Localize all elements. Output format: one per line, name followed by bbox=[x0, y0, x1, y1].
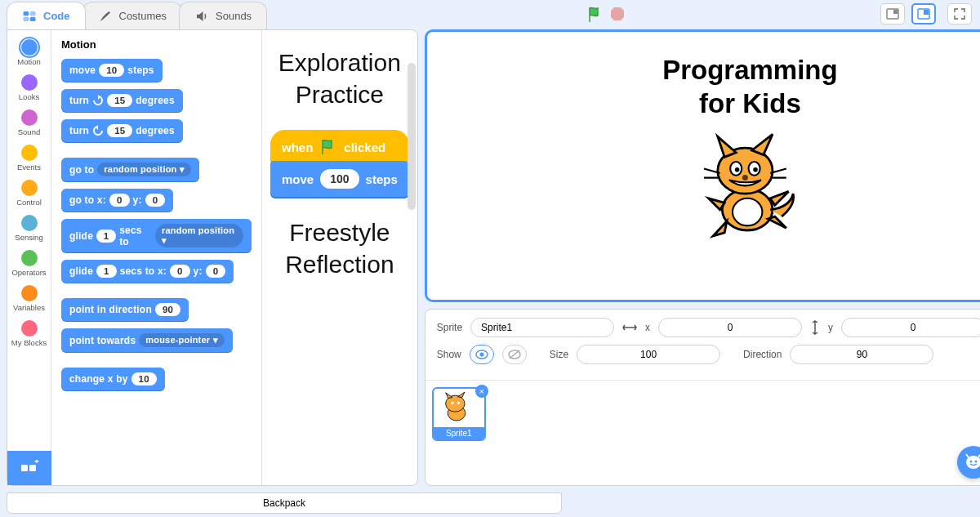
category-looks[interactable]: Looks bbox=[7, 70, 51, 105]
svg-rect-2 bbox=[24, 16, 29, 20]
add-extension-button[interactable]: + bbox=[7, 451, 51, 485]
category-strip: MotionLooksSoundEventsControlSensingOper… bbox=[7, 30, 51, 485]
show-visible-button[interactable] bbox=[470, 345, 494, 364]
direction-label: Direction bbox=[743, 349, 782, 360]
sprite-label: Sprite bbox=[437, 322, 462, 333]
sprite-y-input[interactable] bbox=[841, 318, 980, 337]
size-label: Size bbox=[550, 349, 568, 360]
vertical-arrows-icon bbox=[810, 320, 820, 335]
svg-text:+: + bbox=[34, 460, 39, 466]
sprite-name-input[interactable] bbox=[470, 318, 614, 337]
stage-sprites-pane: Programmingfor Kids bbox=[425, 29, 980, 486]
add-sprite-button[interactable]: + bbox=[957, 446, 980, 479]
tab-code[interactable]: Code bbox=[7, 2, 86, 29]
sprite-info-panel: Sprite x y Show bbox=[425, 309, 980, 486]
sprite-size-input[interactable] bbox=[577, 345, 720, 364]
svg-rect-8 bbox=[924, 10, 929, 15]
sound-icon bbox=[194, 9, 209, 24]
svg-point-17 bbox=[735, 167, 740, 172]
stage-title-text: Programmingfor Kids bbox=[662, 53, 838, 121]
y-label: y bbox=[828, 322, 833, 333]
block-point-direction[interactable]: point in direction90 bbox=[61, 298, 189, 321]
workspace-script[interactable]: whenclicked move100steps bbox=[270, 130, 409, 197]
svg-point-27 bbox=[457, 402, 460, 404]
tab-costumes[interactable]: Costumes bbox=[82, 2, 183, 29]
workspace-top-text: ExplorationPractice bbox=[270, 47, 409, 110]
tabs-bar: Code Costumes Sounds bbox=[0, 0, 980, 29]
green-flag-icon bbox=[319, 138, 337, 156]
svg-point-19 bbox=[742, 175, 748, 181]
category-operators[interactable]: Operators bbox=[7, 246, 51, 281]
block-goto[interactable]: go torandom position ▾ bbox=[61, 158, 199, 181]
block-change-x[interactable]: change x by10 bbox=[61, 368, 165, 390]
block-goto-xy[interactable]: go to x:0y:0 bbox=[61, 189, 173, 212]
sprites-area: Sprite x y Show bbox=[425, 309, 980, 486]
block-move-steps[interactable]: move10steps bbox=[61, 59, 163, 82]
tab-code-label: Code bbox=[43, 10, 70, 22]
block-palette: Motion move10steps turn15degrees turn15d… bbox=[51, 30, 262, 485]
svg-point-29 bbox=[970, 461, 973, 463]
block-turn-ccw[interactable]: turn15degrees bbox=[61, 119, 183, 142]
backpack-bar[interactable]: Backpack bbox=[7, 492, 562, 514]
fullscreen-button[interactable] bbox=[947, 3, 972, 25]
palette-header: Motion bbox=[61, 38, 252, 51]
block-point-towards[interactable]: point towardsmouse-pointer ▾ bbox=[61, 328, 233, 352]
sprite-thumbnail[interactable]: × Sprite1 bbox=[432, 387, 486, 441]
workspace-bottom-text: FreestyleReflection bbox=[270, 216, 409, 280]
stage-size-controls bbox=[880, 3, 972, 25]
editor-pane: MotionLooksSoundEventsControlSensingOper… bbox=[7, 29, 418, 486]
svg-rect-6 bbox=[893, 10, 898, 14]
code-icon bbox=[22, 9, 37, 24]
tab-sounds-label: Sounds bbox=[216, 10, 252, 22]
category-sensing[interactable]: Sensing bbox=[7, 211, 51, 246]
category-motion[interactable]: Motion bbox=[7, 35, 51, 70]
sprite-direction-input[interactable] bbox=[790, 345, 933, 364]
svg-rect-10 bbox=[29, 465, 36, 471]
svg-rect-1 bbox=[30, 11, 36, 16]
tab-sounds[interactable]: Sounds bbox=[179, 2, 267, 29]
show-label: Show bbox=[437, 349, 461, 360]
block-glide-xy[interactable]: glide1secs to x:0y:0 bbox=[61, 260, 234, 283]
tab-costumes-label: Costumes bbox=[119, 10, 167, 22]
run-controls bbox=[586, 5, 626, 25]
svg-marker-4 bbox=[611, 7, 624, 20]
stop-icon[interactable] bbox=[609, 5, 626, 25]
rotate-cw-icon bbox=[92, 95, 104, 106]
script-workspace[interactable]: ExplorationPractice whenclicked move100s… bbox=[262, 30, 417, 485]
svg-rect-9 bbox=[21, 465, 28, 471]
hat-when-flag-clicked[interactable]: whenclicked bbox=[270, 130, 409, 163]
brush-icon bbox=[98, 9, 113, 24]
category-variables[interactable]: Variables bbox=[7, 281, 51, 316]
sprite-x-input[interactable] bbox=[658, 318, 802, 337]
svg-rect-3 bbox=[30, 16, 36, 20]
svg-point-21 bbox=[479, 353, 483, 357]
block-turn-cw[interactable]: turn15degrees bbox=[61, 89, 183, 112]
svg-point-26 bbox=[451, 402, 453, 404]
category-my-blocks[interactable]: My Blocks bbox=[7, 316, 51, 351]
svg-point-13 bbox=[733, 198, 762, 225]
svg-rect-0 bbox=[24, 11, 29, 16]
category-sound[interactable]: Sound bbox=[7, 105, 51, 140]
stage-viewport[interactable]: Programmingfor Kids bbox=[425, 29, 980, 302]
scratch-cat-thumb-icon bbox=[436, 391, 477, 426]
workspace-scrollbar[interactable] bbox=[408, 63, 416, 210]
horizontal-arrows-icon bbox=[622, 323, 637, 332]
category-control[interactable]: Control bbox=[7, 176, 51, 211]
svg-point-18 bbox=[754, 167, 759, 172]
show-hidden-button[interactable] bbox=[502, 345, 527, 364]
category-events[interactable]: Events bbox=[7, 140, 51, 176]
block-glide[interactable]: glide1secs torandom position ▾ bbox=[61, 219, 252, 252]
script-block-move[interactable]: move100steps bbox=[270, 161, 409, 197]
sprite-list: × Sprite1 + bbox=[425, 381, 980, 485]
rotate-ccw-icon bbox=[92, 125, 104, 136]
sprite-thumb-label: Sprite1 bbox=[434, 427, 484, 439]
scratch-cat-sprite[interactable] bbox=[693, 127, 807, 242]
delete-sprite-icon[interactable]: × bbox=[475, 385, 488, 398]
stage-small-button[interactable] bbox=[880, 3, 905, 25]
x-label: x bbox=[645, 322, 650, 333]
green-flag-icon[interactable] bbox=[586, 5, 604, 25]
stage-large-button[interactable] bbox=[911, 3, 936, 25]
stage: Programmingfor Kids bbox=[432, 37, 980, 295]
svg-point-30 bbox=[975, 461, 978, 463]
